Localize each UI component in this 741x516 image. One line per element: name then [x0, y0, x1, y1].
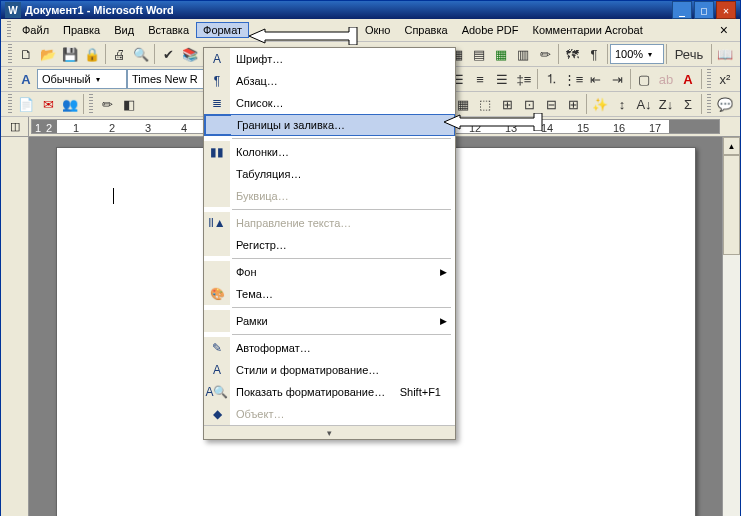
menu-item-icon	[204, 163, 230, 185]
menu-edit[interactable]: Правка	[56, 22, 107, 38]
acrobat-comment-icon[interactable]: 💬	[714, 93, 736, 115]
format-menu-item: ◆Объект…	[204, 403, 455, 425]
indent-icon[interactable]: ⇥	[606, 68, 628, 90]
read-icon[interactable]: 📖	[714, 43, 736, 65]
format-menu-item[interactable]: ▮▮Колонки…	[204, 141, 455, 163]
titlebar[interactable]: W Документ1 - Microsoft Word _ □ ✕	[1, 1, 740, 19]
show-marks-icon[interactable]: ¶	[583, 43, 605, 65]
app-icon: W	[5, 2, 21, 18]
callout-arrow-item	[444, 113, 544, 131]
print-icon[interactable]: 🖨	[108, 43, 130, 65]
format-menu-item[interactable]: 🎨Тема…	[204, 283, 455, 305]
insert-table-icon[interactable]: ▤	[468, 43, 490, 65]
format-menu-item[interactable]: ≣Список…	[204, 92, 455, 114]
format-menu-item[interactable]: AШрифт…	[204, 48, 455, 70]
menu-acrobat-comments[interactable]: Комментарии Acrobat	[526, 22, 650, 38]
format-menu-item[interactable]: Рамки▶	[204, 310, 455, 332]
sort-asc-icon[interactable]: A↓	[633, 93, 655, 115]
pdf-review-icon[interactable]: 👥	[59, 93, 81, 115]
menu-help[interactable]: Справка	[397, 22, 454, 38]
numbering-icon[interactable]: ⒈	[540, 68, 562, 90]
scroll-up-button[interactable]: ▲	[723, 137, 740, 155]
format-menu-item[interactable]: Границы и заливка…	[204, 114, 455, 136]
drawing-tb-icon[interactable]: ✏	[534, 43, 556, 65]
scroll-thumb[interactable]	[723, 155, 740, 255]
restore-button[interactable]: □	[694, 1, 714, 19]
minimize-button[interactable]: _	[672, 1, 692, 19]
research-icon[interactable]: 📚	[179, 43, 201, 65]
merge-cells-icon[interactable]: ⬚	[474, 93, 496, 115]
font-color-icon[interactable]: A	[677, 68, 699, 90]
spell-icon[interactable]: ✔	[157, 43, 179, 65]
styles-pane-icon[interactable]: A	[15, 68, 37, 90]
text-direction-icon[interactable]: ↕	[611, 93, 633, 115]
format-menu-item[interactable]: ✎Автоформат…	[204, 337, 455, 359]
close-button[interactable]: ✕	[716, 1, 736, 19]
format-menu-item[interactable]: Фон▶	[204, 261, 455, 283]
menu-window[interactable]: Окно	[358, 22, 398, 38]
doc-close-button[interactable]: ×	[714, 22, 734, 38]
style-combo[interactable]: Обычный▾	[37, 69, 127, 89]
outdent-icon[interactable]: ⇤	[584, 68, 606, 90]
expand-menu-button[interactable]: ▾	[204, 425, 455, 439]
autoformat-table-icon[interactable]: ✨	[589, 93, 611, 115]
split-cells-icon[interactable]: ⊞	[496, 93, 518, 115]
toolbar-grip[interactable]	[8, 69, 12, 89]
menu-format[interactable]: Формат	[196, 22, 249, 38]
save-icon[interactable]: 💾	[59, 43, 81, 65]
format-menu-item[interactable]: Регистр…	[204, 234, 455, 256]
align-cell-icon[interactable]: ⊡	[518, 93, 540, 115]
excel-icon[interactable]: ▦	[490, 43, 512, 65]
docmap-icon[interactable]: 🗺	[561, 43, 583, 65]
toolbar-grip[interactable]	[8, 44, 12, 64]
borders-icon[interactable]: ▢	[633, 68, 655, 90]
svg-marker-0	[249, 27, 357, 45]
eraser-icon[interactable]: ◧	[118, 93, 140, 115]
pdf-make-icon[interactable]: 📄	[15, 93, 37, 115]
toolbar-grip[interactable]	[89, 94, 93, 114]
toolbar-grip[interactable]	[7, 21, 11, 39]
align-right-icon[interactable]: ≡	[469, 68, 491, 90]
bullets-icon[interactable]: ⋮≡	[562, 68, 584, 90]
new-doc-icon[interactable]: 🗋	[15, 43, 37, 65]
menu-item-label: Направление текста…	[230, 217, 447, 229]
autosum-icon[interactable]: Σ	[677, 93, 699, 115]
ruler-corner[interactable]: ◫	[1, 117, 29, 136]
menu-insert[interactable]: Вставка	[141, 22, 196, 38]
distribute-cols-icon[interactable]: ⊞	[562, 93, 584, 115]
align-justify-icon[interactable]: ☰	[491, 68, 513, 90]
menu-item-label: Список…	[230, 97, 447, 109]
sort-desc-icon[interactable]: Z↓	[655, 93, 677, 115]
toolbar-grip[interactable]	[707, 94, 711, 114]
highlight-icon[interactable]: ab	[655, 68, 677, 90]
format-menu-item[interactable]: A🔍Показать форматирование…Shift+F1	[204, 381, 455, 403]
menu-item-icon: ¶	[204, 70, 230, 92]
submenu-arrow-icon: ▶	[440, 316, 447, 326]
vertical-scrollbar[interactable]: ▲ ▼ ○ ⤒ ⤓	[722, 137, 740, 516]
toolbar-grip[interactable]	[8, 94, 12, 114]
format-menu-item[interactable]: AСтили и форматирование…	[204, 359, 455, 381]
pdf-mail-icon[interactable]: ✉	[37, 93, 59, 115]
open-icon[interactable]: 📂	[37, 43, 59, 65]
zoom-combo[interactable]: 100%▾	[610, 44, 664, 64]
menu-item-icon	[204, 261, 230, 283]
menu-file[interactable]: Файл	[15, 22, 56, 38]
permission-icon[interactable]: 🔒	[81, 43, 103, 65]
columns-icon[interactable]: ▥	[512, 43, 534, 65]
distribute-rows-icon[interactable]: ⊟	[540, 93, 562, 115]
vertical-ruler[interactable]	[1, 137, 29, 516]
menu-item-icon: A	[204, 48, 230, 70]
menu-item-label: Автоформат…	[230, 342, 447, 354]
superscript-icon[interactable]: x²	[714, 68, 736, 90]
preview-icon[interactable]: 🔍	[130, 43, 152, 65]
toolbar-grip[interactable]	[707, 69, 711, 89]
menu-view[interactable]: Вид	[107, 22, 141, 38]
speech-button[interactable]: Речь	[669, 43, 709, 65]
format-menu-item[interactable]: Табуляция…	[204, 163, 455, 185]
callout-arrow-menu	[249, 27, 359, 45]
menu-adobe-pdf[interactable]: Adobe PDF	[455, 22, 526, 38]
line-spacing-icon[interactable]: ‡≡	[513, 68, 535, 90]
draw-table-icon[interactable]: ✏	[96, 93, 118, 115]
menu-item-icon: A	[204, 359, 230, 381]
format-menu-item[interactable]: ¶Абзац…	[204, 70, 455, 92]
